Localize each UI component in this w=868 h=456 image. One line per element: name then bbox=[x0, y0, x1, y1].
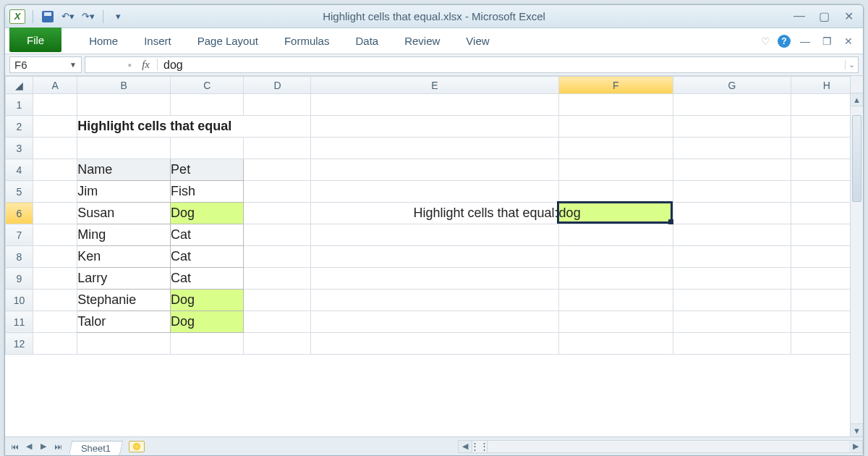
split-box[interactable] bbox=[850, 76, 863, 93]
table-cell[interactable]: Dog bbox=[171, 203, 244, 224]
window-controls: — ▢ ✕ bbox=[792, 9, 859, 23]
table-cell[interactable]: Dog bbox=[171, 290, 244, 311]
row-header-2[interactable]: 2 bbox=[6, 116, 33, 138]
horizontal-scrollbar[interactable]: ◀ ⋮⋮ ▶ bbox=[458, 440, 863, 453]
new-sheet-icon bbox=[133, 443, 140, 450]
sheet-title[interactable]: Highlight cells that equal bbox=[77, 116, 311, 138]
scroll-track-gripper[interactable]: ⋮⋮ bbox=[472, 441, 488, 452]
tab-home[interactable]: Home bbox=[76, 28, 131, 54]
ribbon-tabs: File Home Insert Page Layout Formulas Da… bbox=[5, 28, 863, 54]
table-cell[interactable]: Dog bbox=[171, 311, 244, 333]
col-header-D[interactable]: D bbox=[244, 77, 311, 94]
scroll-down-icon[interactable]: ▼ bbox=[851, 423, 863, 436]
window-title: Highlight cells that equal.xlsx - Micros… bbox=[5, 5, 863, 28]
prompt-value-cell[interactable]: dog bbox=[558, 203, 673, 224]
row-header-1[interactable]: 1 bbox=[6, 94, 33, 116]
col-header-B[interactable]: B bbox=[77, 77, 171, 94]
row-header-11[interactable]: 11 bbox=[6, 311, 33, 333]
table-cell[interactable]: Ming bbox=[77, 224, 171, 246]
col-header-F[interactable]: F bbox=[558, 77, 673, 94]
formula-bar: ● fx ⌄ bbox=[85, 56, 859, 73]
help-icon[interactable]: ? bbox=[778, 35, 791, 48]
table-header-name[interactable]: Name bbox=[77, 159, 171, 181]
col-header-G[interactable]: G bbox=[673, 77, 791, 94]
excel-window: ↶▾ ↷▾ ▾ Highlight cells that equal.xlsx … bbox=[4, 4, 864, 456]
name-box-dropdown-icon[interactable]: ▼ bbox=[69, 61, 77, 69]
table-cell[interactable]: Cat bbox=[171, 268, 244, 290]
col-header-A[interactable]: A bbox=[33, 77, 77, 94]
redo-button[interactable]: ↷▾ bbox=[81, 9, 95, 24]
table-cell[interactable]: Susan bbox=[77, 203, 171, 224]
row-header-8[interactable]: 8 bbox=[6, 246, 33, 268]
sheet-nav-last[interactable]: ⏭ bbox=[51, 440, 64, 453]
row-header-12[interactable]: 12 bbox=[6, 333, 33, 355]
sheet-nav-first[interactable]: ⏮ bbox=[8, 440, 21, 453]
table-cell[interactable]: Larry bbox=[77, 268, 171, 290]
tab-insert[interactable]: Insert bbox=[131, 28, 184, 54]
name-box[interactable]: F6 ▼ bbox=[9, 56, 82, 73]
col-header-C[interactable]: C bbox=[171, 77, 244, 94]
quick-access-toolbar: ↶▾ ↷▾ ▾ bbox=[9, 9, 125, 24]
workbook-close-button[interactable]: ✕ bbox=[841, 35, 856, 47]
scroll-thumb[interactable] bbox=[852, 115, 861, 202]
tab-page-layout[interactable]: Page Layout bbox=[184, 28, 271, 54]
table-cell[interactable]: Cat bbox=[171, 224, 244, 246]
vertical-scrollbar[interactable]: ▲ ▼ bbox=[850, 93, 863, 436]
row-header-4[interactable]: 4 bbox=[6, 159, 33, 181]
excel-logo-icon bbox=[9, 9, 25, 24]
row-header-5[interactable]: 5 bbox=[6, 181, 33, 203]
workbook-restore-button[interactable]: ❐ bbox=[820, 35, 834, 47]
table-header-pet[interactable]: Pet bbox=[171, 159, 244, 181]
tab-view[interactable]: View bbox=[453, 28, 502, 54]
title-bar: ↶▾ ↷▾ ▾ Highlight cells that equal.xlsx … bbox=[5, 5, 863, 28]
scroll-right-icon[interactable]: ▶ bbox=[849, 441, 862, 452]
row-header-9[interactable]: 9 bbox=[6, 268, 33, 290]
cells[interactable]: ◢ A B C D E F G H 1 2 Highlight cells th… bbox=[5, 76, 863, 355]
qat-customize-button[interactable]: ▾ bbox=[111, 9, 125, 24]
maximize-button[interactable]: ▢ bbox=[817, 9, 831, 23]
close-button[interactable]: ✕ bbox=[841, 9, 856, 23]
new-sheet-button[interactable] bbox=[129, 441, 145, 452]
table-cell[interactable]: Ken bbox=[77, 246, 171, 268]
formula-bar-row: F6 ▼ ● fx ⌄ bbox=[5, 54, 863, 76]
table-cell[interactable]: Fish bbox=[171, 181, 244, 203]
minimize-button[interactable]: — bbox=[792, 9, 807, 23]
row-header-10[interactable]: 10 bbox=[6, 290, 33, 311]
sheet-tab-bar: ⏮ ◀ ▶ ⏭ Sheet1 ◀ ⋮⋮ ▶ bbox=[5, 436, 863, 455]
sheet-nav-prev[interactable]: ◀ bbox=[22, 440, 35, 453]
workbook-minimize-button[interactable]: — bbox=[798, 35, 812, 47]
save-icon bbox=[42, 11, 54, 22]
row-header-3[interactable]: 3 bbox=[6, 138, 33, 159]
table-cell[interactable]: Jim bbox=[77, 181, 171, 203]
file-tab[interactable]: File bbox=[9, 28, 61, 52]
col-header-E[interactable]: E bbox=[311, 77, 558, 94]
name-box-value: F6 bbox=[14, 59, 27, 71]
sheet-nav-next[interactable]: ▶ bbox=[37, 440, 50, 453]
table-cell[interactable]: Talor bbox=[77, 311, 171, 333]
table-cell[interactable]: Cat bbox=[171, 246, 244, 268]
tab-review[interactable]: Review bbox=[391, 28, 453, 54]
row-header-7[interactable]: 7 bbox=[6, 224, 33, 246]
formula-expand-button[interactable]: ⌄ bbox=[845, 60, 858, 69]
sheet-tab[interactable]: Sheet1 bbox=[69, 441, 123, 455]
row-header-6[interactable]: 6 bbox=[6, 203, 33, 224]
select-all-corner[interactable]: ◢ bbox=[6, 77, 33, 94]
tab-data[interactable]: Data bbox=[342, 28, 391, 54]
formula-input[interactable] bbox=[158, 59, 845, 72]
save-button[interactable] bbox=[41, 9, 55, 24]
ribbon-minimize-icon[interactable]: ♡ bbox=[761, 35, 770, 47]
tab-formulas[interactable]: Formulas bbox=[271, 28, 343, 54]
cancel-formula-icon[interactable]: ● bbox=[127, 61, 132, 69]
undo-button[interactable]: ↶▾ bbox=[61, 9, 75, 24]
scroll-up-icon[interactable]: ▲ bbox=[851, 93, 863, 106]
prompt-label[interactable]: Highlight cells that equal: bbox=[311, 203, 558, 224]
table-cell[interactable]: Stephanie bbox=[77, 290, 171, 311]
fx-icon[interactable]: fx bbox=[142, 59, 150, 71]
worksheet-grid[interactable]: ◢ A B C D E F G H 1 2 Highlight cells th… bbox=[5, 76, 863, 436]
